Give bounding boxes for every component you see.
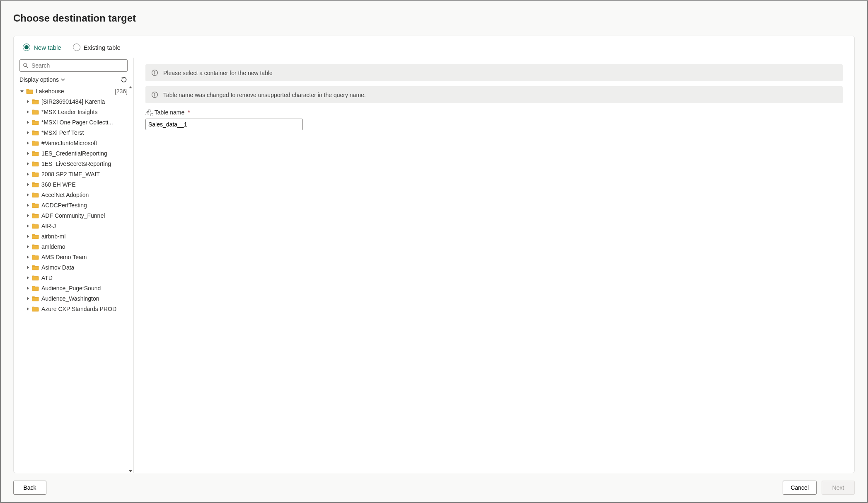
tree-item-label: [SIR236901484] Karenia: [41, 98, 105, 105]
tree-scroll[interactable]: Lakehouse [236] [SIR236901484] Karenia*M…: [14, 86, 133, 473]
tree-item[interactable]: airbnb-ml: [25, 231, 130, 241]
cancel-button[interactable]: Cancel: [783, 481, 817, 495]
tree-item[interactable]: Azure CXP Standards PROD: [25, 304, 130, 314]
folder-icon: [32, 151, 39, 156]
tree-item[interactable]: *MSX Leader Insights: [25, 107, 130, 117]
caret-right-icon: [25, 172, 30, 177]
tree-item-label: AMS Demo Team: [41, 254, 87, 260]
tree-item-label: *MSX Leader Insights: [41, 109, 97, 115]
caret-right-icon: [25, 161, 30, 166]
tree-item[interactable]: Asimov Data: [25, 262, 130, 272]
radio-existing-table[interactable]: Existing table: [73, 44, 121, 51]
tree-item[interactable]: AMS Demo Team: [25, 252, 130, 262]
folder-icon: [32, 306, 39, 312]
refresh-icon[interactable]: [120, 76, 128, 83]
tree-item[interactable]: Audience_Washington: [25, 293, 130, 304]
caret-right-icon: [25, 286, 30, 291]
tree-item-label: Asimov Data: [41, 264, 74, 271]
display-options-label: Display options: [19, 76, 59, 83]
folder-icon: [32, 223, 39, 229]
folder-icon: [32, 119, 39, 125]
info-banner: Please select a container for the new ta…: [145, 64, 843, 81]
scroll-up-icon[interactable]: [128, 86, 133, 90]
tree-item[interactable]: AIR-J: [25, 221, 130, 231]
radio-icon: [73, 44, 80, 51]
info-icon: [151, 91, 158, 98]
tree-item[interactable]: 1ES_CredentialReporting: [25, 148, 130, 158]
tree-item[interactable]: *MSXI One Pager Collecti...: [25, 117, 130, 127]
folder-icon: [32, 99, 39, 104]
caret-right-icon: [25, 213, 30, 218]
navigation-sidebar: Display options Lakehouse [236] [SIR2369…: [14, 58, 134, 473]
caret-right-icon: [25, 234, 30, 239]
caret-right-icon: [25, 296, 30, 301]
tree-item-label: *MSXI One Pager Collecti...: [41, 119, 113, 126]
tree-item[interactable]: [SIR236901484] Karenia: [25, 96, 130, 107]
radio-label: Existing table: [84, 44, 121, 51]
tree-item[interactable]: 1ES_LiveSecretsReporting: [25, 158, 130, 169]
tree-item-label: ADF Community_Funnel: [41, 212, 105, 219]
tree-item-label: ATD: [41, 275, 53, 281]
folder-icon: [32, 296, 39, 301]
caret-right-icon: [25, 306, 30, 311]
tree-item[interactable]: #VamoJuntoMicrosoft: [25, 138, 130, 148]
back-button[interactable]: Back: [13, 481, 46, 495]
caret-right-icon: [25, 255, 30, 260]
tree-item-label: ACDCPerfTesting: [41, 202, 87, 209]
caret-right-icon: [25, 192, 30, 197]
tree-root-item[interactable]: Lakehouse [236]: [14, 86, 130, 96]
dialog-footer: Back Cancel Next: [1, 473, 867, 502]
tree-item-label: 360 EH WPE: [41, 181, 75, 188]
tree-item-label: 1ES_CredentialReporting: [41, 150, 107, 157]
table-name-label: Table name: [155, 109, 184, 116]
page-title: Choose destination target: [13, 12, 855, 24]
caret-right-icon: [25, 244, 30, 249]
tree-item[interactable]: Audience_PugetSound: [25, 283, 130, 293]
info-text: Please select a container for the new ta…: [163, 70, 273, 76]
tree-item[interactable]: ADF Community_Funnel: [25, 210, 130, 221]
scroll-down-icon[interactable]: [128, 469, 133, 473]
radio-new-table[interactable]: New table: [23, 44, 61, 51]
caret-right-icon: [25, 151, 30, 156]
table-name-input[interactable]: [145, 119, 303, 130]
dialog-header: Choose destination target: [1, 1, 867, 28]
folder-icon: [32, 192, 39, 198]
folder-icon: [32, 275, 39, 281]
search-icon: [23, 63, 29, 68]
tree-item[interactable]: AccelNet Adoption: [25, 190, 130, 200]
folder-icon: [32, 109, 39, 115]
table-name-label-row: ABC Table name *: [145, 108, 843, 117]
tree-item-label: AccelNet Adoption: [41, 192, 89, 198]
caret-right-icon: [25, 141, 30, 146]
info-text: Table name was changed to remove unsuppo…: [163, 92, 366, 98]
tree-item[interactable]: ATD: [25, 272, 130, 283]
folder-icon: [32, 233, 39, 239]
tree-item[interactable]: *MSXi Perf Terst: [25, 127, 130, 138]
caret-right-icon: [25, 203, 30, 208]
search-input[interactable]: [19, 59, 128, 72]
tree-item[interactable]: amldemo: [25, 241, 130, 252]
radio-label: New table: [34, 44, 61, 51]
tree-item-label: *MSXi Perf Terst: [41, 129, 84, 136]
required-asterisk: *: [188, 109, 190, 116]
display-options-button[interactable]: Display options: [19, 76, 65, 83]
tree-item-label: airbnb-ml: [41, 233, 65, 240]
folder-icon: [32, 202, 39, 208]
caret-right-icon: [25, 275, 30, 280]
table-type-radios: New table Existing table: [14, 36, 854, 58]
tree-item-label: Audience_Washington: [41, 295, 99, 302]
folder-icon: [32, 130, 39, 136]
tree-item[interactable]: 360 EH WPE: [25, 179, 130, 190]
folder-icon: [32, 140, 39, 146]
folder-icon: [32, 171, 39, 177]
info-icon: [151, 69, 158, 76]
tree-item-label: amldemo: [41, 243, 65, 250]
tree-item[interactable]: ACDCPerfTesting: [25, 200, 130, 210]
tree-item-label: 2008 SP2 TIME_WAIT: [41, 171, 100, 177]
caret-right-icon: [25, 182, 30, 187]
caret-right-icon: [25, 130, 30, 135]
tree-item[interactable]: 2008 SP2 TIME_WAIT: [25, 169, 130, 179]
tree-root-label: Lakehouse: [36, 88, 115, 95]
content-panel: New table Existing table Display options: [13, 36, 855, 473]
folder-icon: [32, 161, 39, 167]
